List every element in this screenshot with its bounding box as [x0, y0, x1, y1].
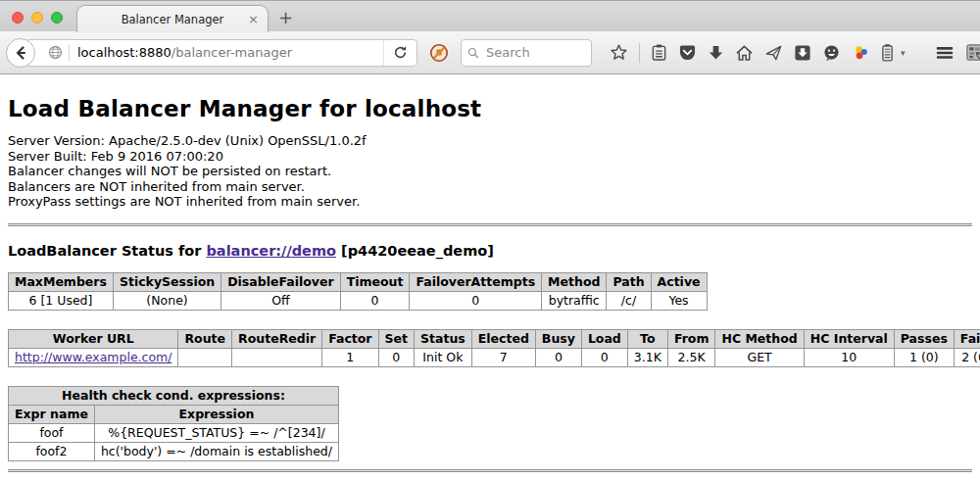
block-plugin-button[interactable]	[429, 43, 449, 63]
cell-busy: 0	[535, 348, 581, 366]
battery-icon	[881, 43, 894, 62]
cell-elected: 7	[471, 348, 535, 366]
col-routeredir: RouteRedir	[232, 329, 322, 348]
col-set: Set	[378, 329, 414, 348]
minimize-window-button[interactable]	[31, 12, 43, 24]
col-passes: Passes	[894, 329, 954, 348]
url-text: localhost:8880/balancer-manager	[77, 45, 383, 60]
search-icon	[467, 46, 479, 60]
pocket-button[interactable]	[678, 44, 697, 62]
feedback-smiley-icon	[822, 44, 841, 62]
video-download-button[interactable]	[794, 44, 811, 62]
url-divider	[69, 44, 70, 62]
table-row: foof %{REQUEST_STATUS} =~ /^[234]/	[9, 423, 339, 442]
search-input[interactable]	[484, 44, 585, 61]
cell-active: Yes	[651, 291, 707, 310]
worker-url-link[interactable]: http://www.example.com/	[15, 350, 172, 364]
home-button[interactable]	[735, 44, 754, 62]
toolbar-buttons: ▾	[610, 43, 980, 63]
col-busy: Busy	[535, 329, 581, 348]
inherit-notice-line: Balancers are NOT inherited from main se…	[8, 179, 972, 195]
proxypass-notice-line: ProxyPass settings are NOT inherited fro…	[8, 194, 972, 210]
send-to-device-button[interactable]	[764, 44, 783, 62]
reload-button[interactable]	[383, 40, 416, 66]
status-prefix: LoadBalancer Status for	[8, 243, 206, 259]
status-suffix: [p4420eeae_demo]	[336, 243, 494, 259]
cell-maxmembers: 6 [1 Used]	[9, 291, 114, 310]
cell-set: 0	[378, 348, 414, 366]
col-to: To	[627, 329, 667, 348]
url-path: /balancer-manager	[172, 45, 292, 60]
col-active: Active	[651, 272, 707, 291]
downloads-button[interactable]	[708, 44, 724, 62]
table-row: http://www.example.com/ 1 0 Init Ok 7 0 …	[9, 348, 980, 366]
bookmark-star-button[interactable]	[610, 43, 628, 62]
top-divider	[8, 223, 972, 226]
col-worker-url: Worker URL	[9, 329, 178, 348]
cell-passes: 1 (0)	[894, 348, 954, 366]
block-plugin-icon	[429, 43, 449, 63]
download-icon	[708, 44, 724, 62]
cell-load: 0	[581, 348, 627, 366]
cell-expr-name: foof2	[9, 442, 95, 460]
balancer-status-heading: LoadBalancer Status for balancer://demo …	[8, 243, 972, 259]
video-download-icon	[794, 44, 811, 62]
back-button[interactable]	[6, 38, 35, 68]
cell-timeout: 0	[340, 291, 410, 310]
server-version-line: Server Version: Apache/2.5.0-dev (Unix) …	[8, 133, 972, 149]
tab-close-icon[interactable]: ×	[248, 12, 259, 26]
server-built-line: Server Built: Feb 9 2016 07:00:20	[8, 149, 972, 165]
search-bar[interactable]	[461, 39, 592, 67]
bottom-divider	[8, 469, 972, 472]
send-icon	[764, 44, 783, 62]
col-fails: Fails	[954, 329, 980, 348]
col-load: Load	[581, 329, 627, 348]
page-title: Load Balancer Manager for localhost	[8, 96, 972, 121]
cell-worker-url: http://www.example.com/	[9, 348, 178, 366]
reading-list-button[interactable]	[651, 43, 667, 62]
cell-stickysession: (None)	[113, 291, 220, 310]
extension-dots-button[interactable]	[852, 44, 870, 62]
menu-button[interactable]	[935, 45, 955, 61]
persist-notice-line: Balancer changes will NOT be persisted o…	[8, 164, 972, 179]
col-disablefailover: DisableFailover	[221, 272, 340, 291]
cell-fails: 2 (0)	[954, 348, 980, 366]
dropdown-caret-icon[interactable]: ▾	[901, 48, 906, 58]
server-info: Server Version: Apache/2.5.0-dev (Unix) …	[8, 133, 972, 210]
tiles-icon	[965, 43, 980, 62]
col-hc-interval: HC Interval	[804, 329, 894, 348]
cell-from: 2.5K	[667, 348, 715, 366]
tab-balancer-manager[interactable]: Balancer Manager ×	[76, 5, 269, 32]
col-hc-method: HC Method	[715, 329, 804, 348]
reload-icon	[393, 45, 408, 60]
url-bar[interactable]: localhost:8880/balancer-manager	[25, 39, 417, 67]
tab-bar: Balancer Manager × +	[0, 0, 980, 31]
page-content: Load Balancer Manager for localhost Serv…	[0, 74, 980, 472]
home-icon	[735, 44, 754, 62]
cell-factor: 1	[322, 348, 378, 366]
col-method: Method	[542, 272, 607, 291]
balancer-link[interactable]: balancer://demo	[206, 243, 336, 259]
menu-icon	[935, 45, 955, 61]
table-row: foof2 hc('body') =~ /domain is establish…	[9, 442, 339, 460]
zoom-window-button[interactable]	[51, 12, 63, 24]
cell-status: Init Ok	[415, 348, 472, 366]
col-status: Status	[415, 329, 472, 348]
col-failoverattempts: FailoverAttempts	[410, 272, 542, 291]
feedback-smiley-button[interactable]	[822, 44, 841, 62]
col-elected: Elected	[471, 329, 535, 348]
close-window-button[interactable]	[12, 12, 24, 24]
cell-failoverattempts: 0	[410, 291, 542, 310]
col-maxmembers: MaxMembers	[9, 272, 114, 291]
cell-hc-interval: 10	[804, 348, 894, 366]
col-factor: Factor	[322, 329, 378, 348]
battery-button[interactable]	[881, 43, 894, 62]
col-path: Path	[607, 272, 651, 291]
star-icon	[610, 43, 628, 62]
new-tab-button[interactable]: +	[278, 7, 293, 27]
tiles-button[interactable]	[965, 43, 980, 62]
table-header-row: Expr name Expression	[9, 405, 339, 423]
health-check-table: Health check cond. expressions: Expr nam…	[8, 386, 339, 461]
pocket-icon	[678, 44, 697, 62]
cell-routeredir	[232, 348, 322, 366]
